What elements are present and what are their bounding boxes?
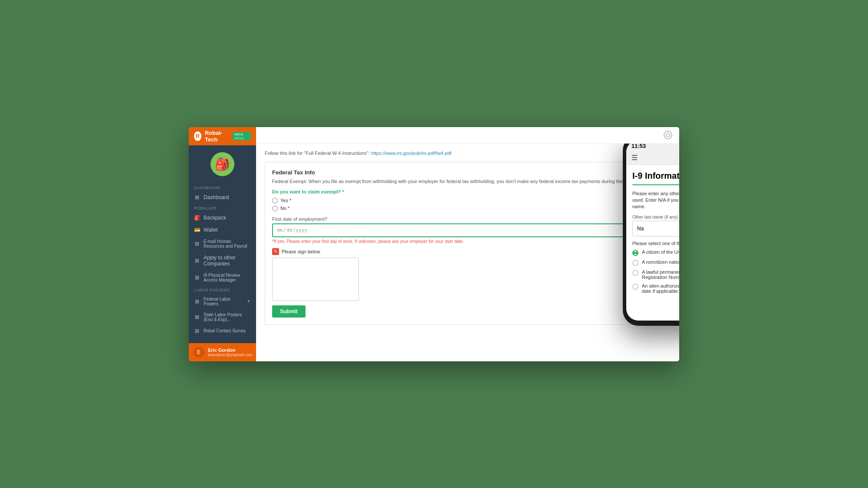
sidebar-footer: E Eric Gordon beanders1@yopmail.com	[189, 343, 256, 361]
sidebar-item-dashboard[interactable]: ⊞ Dashboard	[189, 191, 256, 203]
sidebar-item-label: Apply to other Companies	[204, 255, 251, 267]
w4-link[interactable]: https://www.irs.gov/pub/irs-pdf/fw4.pdf	[371, 151, 451, 156]
survey-icon: ⊞	[194, 328, 200, 334]
sidebar-item-label: Robal Contact Survey	[204, 328, 246, 333]
phone-page-title: I-9 Information	[632, 171, 679, 185]
chevron-down-icon: ▼	[247, 299, 251, 304]
avatar-area: 🎒	[189, 145, 256, 183]
submit-button[interactable]: Submit	[272, 305, 306, 318]
radio-resident[interactable]	[632, 270, 638, 276]
radio-no-input[interactable]	[272, 206, 278, 211]
phone-time: 11:53	[631, 144, 646, 149]
other-name-label: Other last name (if any). *	[632, 215, 679, 219]
sidebar-item-email-hr[interactable]: ⊞ E-mail Human Resources and Payroll	[189, 236, 256, 252]
other-name-input[interactable]	[632, 221, 679, 236]
federal-labor-icon: ⊞	[194, 298, 200, 305]
sidebar-item-label: Federal Labor Posters	[204, 297, 243, 306]
user-avatar: 🎒	[210, 152, 234, 176]
federal-tax-card: Federal Tax Info Federal Exempt: When yo…	[265, 162, 671, 325]
power-button[interactable]: ⏻	[664, 131, 672, 139]
sidebar: R Robal-Tech Alpha v3.2.1 🎒 DASHBOARD ⊞ …	[189, 127, 256, 361]
federal-tax-title: Federal Tax Info	[272, 169, 663, 176]
i9-icon: ⊞	[194, 275, 200, 281]
radio-alien[interactable]	[632, 284, 638, 290]
phone-mockup: 11:53 ▲↑⬡▋ ☰ ⏻ I-9 Information Please en…	[623, 144, 679, 326]
sign-icon: ✎	[272, 248, 279, 255]
sidebar-header: R Robal-Tech Alpha v3.2.1	[189, 127, 256, 145]
hamburger-icon[interactable]: ☰	[631, 154, 638, 162]
sidebar-item-label: State Labor Posters (Enu & Esp)...	[204, 312, 251, 322]
sign-area: ✎ Please sign below Clear	[272, 248, 663, 301]
sidebar-item-federal-labor[interactable]: ⊞ Federal Labor Posters ▼	[189, 294, 256, 309]
footer-user-email: beanders1@yopmail.com	[208, 353, 252, 357]
sidebar-item-label: Dashboard	[204, 194, 229, 200]
radio-citizen[interactable]	[632, 250, 638, 256]
footer-avatar: E	[193, 347, 204, 358]
sidebar-item-wallet[interactable]: 💳 Wallet	[189, 224, 256, 236]
federal-tax-desc: Federal Exempt: When you file as exempt …	[272, 178, 663, 185]
section-label-labor: LABOR POSTERS	[189, 285, 256, 294]
radio-no[interactable]: No *	[272, 206, 663, 211]
phone-option-noncitizen[interactable]: A noncitizen national of the United Stat…	[632, 259, 679, 266]
sidebar-item-label: Backpack	[204, 215, 226, 221]
version-badge: Alpha v3.2.1	[233, 132, 251, 141]
main-toolbar: ⏻	[256, 127, 679, 144]
backpack-icon: 🎒	[194, 215, 200, 221]
sidebar-item-label: I9 Physical Review Access Manager	[204, 273, 251, 282]
sign-label: Please sign below	[282, 249, 320, 254]
exempt-question: Do you want to claim exempt? *	[272, 189, 663, 194]
sidebar-item-label: E-mail Human Resources and Payroll	[204, 239, 251, 249]
radio-noncitizen[interactable]	[632, 260, 638, 266]
browser-window: R Robal-Tech Alpha v3.2.1 🎒 DASHBOARD ⊞ …	[189, 127, 679, 361]
section-label-dashboard: DASHBOARD	[189, 183, 256, 191]
sidebar-item-state-labor[interactable]: ⊞ State Labor Posters (Enu & Esp)...	[189, 309, 256, 325]
state-labor-icon: ⊞	[194, 314, 200, 320]
sidebar-item-robal-survey[interactable]: ⊞ Robal Contact Survey	[189, 325, 256, 337]
footer-user-name: Eric Gordon	[208, 347, 252, 353]
phone-option-citizen[interactable]: A citizen of the United States	[632, 249, 679, 256]
dashboard-icon: ⊞	[194, 194, 200, 200]
w4-instruction-text: Follow this link for "Full Federal W-4 I…	[265, 151, 671, 156]
phone-option-resident[interactable]: A lawful permanent resident (Alien Regis…	[632, 269, 679, 280]
sidebar-item-i9[interactable]: ⊞ I9 Physical Review Access Manager	[189, 270, 256, 285]
phone-screen: 11:53 ▲↑⬡▋ ☰ ⏻ I-9 Information Please en…	[626, 144, 679, 321]
apply-icon: ⊞	[194, 258, 200, 264]
radio-yes[interactable]: Yes *	[272, 198, 663, 203]
main-body: Follow this link for "Full Federal W-4 I…	[256, 144, 679, 361]
wallet-icon: 💳	[194, 227, 200, 233]
phone-nav-bar: ☰ ⏻	[626, 151, 679, 165]
section-label-roballer: ROBALLER	[189, 203, 256, 212]
phone-body: I-9 Information Please enter any other l…	[626, 165, 679, 321]
email-icon: ⊞	[194, 241, 200, 247]
sidebar-item-label: Wallet	[204, 227, 218, 233]
phone-option-alien[interactable]: An alien authorized to work until (expir…	[632, 283, 679, 294]
main-content: ⏻ Follow this link for "Full Federal W-4…	[256, 127, 679, 361]
sign-label-row: ✎ Please sign below Clear	[272, 248, 663, 255]
date-label: First date of employment?	[272, 216, 663, 222]
sidebar-item-apply[interactable]: ⊞ Apply to other Companies	[189, 252, 256, 270]
date-hint: *If yes, Please enter your first day of …	[272, 239, 663, 244]
radio-yes-input[interactable]	[272, 198, 278, 203]
brand-logo: R	[194, 131, 201, 141]
date-input[interactable]	[272, 223, 663, 237]
phone-description: Please enter any other last name that yo…	[632, 190, 679, 210]
exempt-radio-group: Yes * No *	[272, 198, 663, 211]
sidebar-item-backpack[interactable]: 🎒 Backpack	[189, 212, 256, 224]
select-title: Please select one of the options:	[632, 241, 679, 246]
brand-name: Robal-Tech	[205, 130, 228, 143]
signature-box[interactable]	[272, 258, 359, 301]
phone-status-bar: 11:53 ▲↑⬡▋	[626, 144, 679, 151]
